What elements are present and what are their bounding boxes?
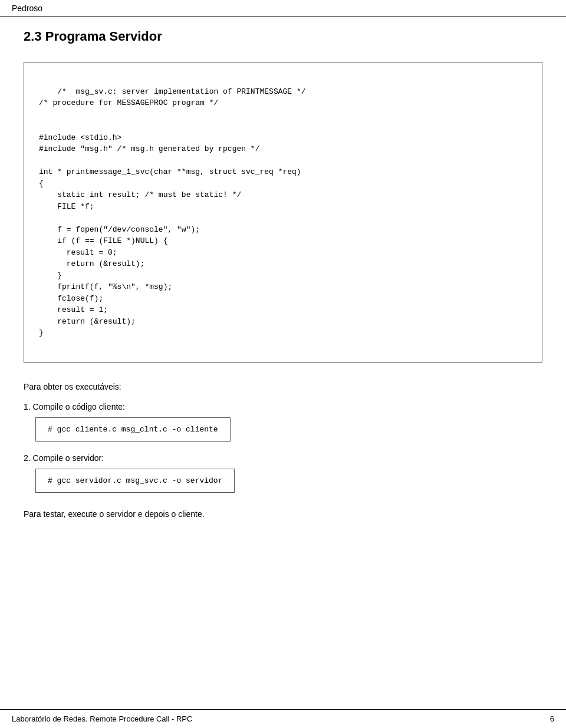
item2-label: 2. Compile o servidor:	[24, 453, 542, 463]
code-block-servidor: # gcc servidor.c msg_svc.c -o servidor	[35, 469, 235, 493]
section-title: 2.3 Programa Servidor	[24, 29, 542, 44]
para-testar: Para testar, execute o servidor e depois…	[24, 508, 542, 521]
code-block-client: # gcc cliente.c msg_clnt.c -o cliente	[35, 417, 231, 442]
footer-left: Laboratório de Redes. Remote Procedure C…	[12, 714, 192, 723]
header: Pedroso	[0, 0, 566, 17]
footer-right: 6	[550, 714, 554, 723]
para-executaveis-text: Para obter os executáveis:	[24, 382, 121, 391]
para-executaveis: Para obter os executáveis:	[24, 380, 542, 393]
code-content-servidor: # gcc servidor.c msg_svc.c -o servidor	[48, 476, 222, 485]
footer: Laboratório de Redes. Remote Procedure C…	[0, 709, 566, 728]
code-content-client: # gcc cliente.c msg_clnt.c -o cliente	[48, 425, 218, 434]
numbered-item-2: 2. Compile o servidor: # gcc servidor.c …	[24, 453, 542, 493]
code-content-server: /* msg_sv.c: server implementation of PR…	[39, 87, 306, 338]
item1-label: 1. Compile o código cliente:	[24, 402, 542, 411]
code-block-server: /* msg_sv.c: server implementation of PR…	[24, 62, 542, 363]
main-content: 2.3 Programa Servidor /* msg_sv.c: serve…	[0, 17, 566, 577]
section-number: 2.3	[24, 29, 42, 44]
header-title: Pedroso	[12, 4, 42, 13]
section-heading: Programa Servidor	[45, 29, 162, 44]
numbered-item-1: 1. Compile o código cliente: # gcc clien…	[24, 402, 542, 442]
para-testar-text: Para testar, execute o servidor e depois…	[24, 509, 205, 519]
